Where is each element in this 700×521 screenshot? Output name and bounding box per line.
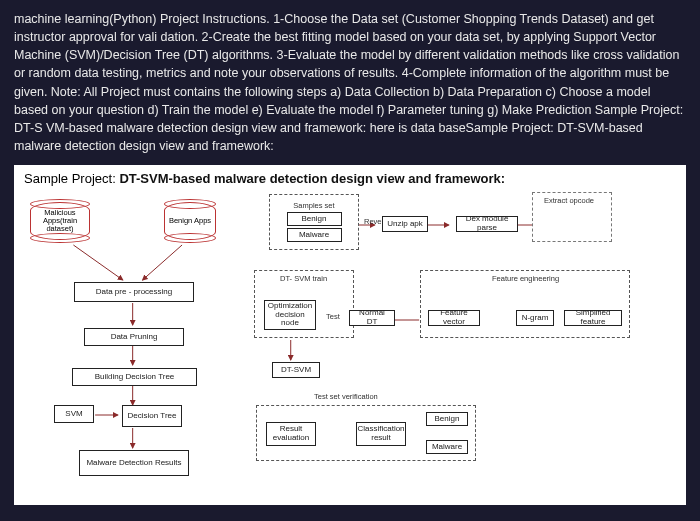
svm-box: SVM <box>54 405 94 423</box>
malware-results: Malware Detection Results <box>79 450 189 476</box>
ngram-box: N-gram <box>516 310 554 326</box>
class-result-box: Classification result <box>356 422 406 446</box>
malware2-box: Malware <box>426 440 468 454</box>
extract-opcode-label: Extract opcode <box>544 196 594 205</box>
normal-dt-box: Normal DT <box>349 310 395 326</box>
unzip-box: Unzip apk <box>382 216 428 232</box>
malware-box: Malware <box>287 228 342 242</box>
dex-box: Dex module parse <box>456 216 518 232</box>
feature-eng-label: Feature engineering <box>492 274 559 283</box>
diagram-title: Sample Project: DT-SVM-based malware det… <box>24 171 676 186</box>
dt-svm-train-label: DT- SVM train <box>280 274 327 283</box>
title-bold: DT-SVM-based malware detection design vi… <box>119 171 505 186</box>
flow-canvas: Malicious Apps(train dataset) Benign App… <box>24 190 676 490</box>
project-instructions: machine learning(Python) Project Instruc… <box>0 0 700 161</box>
svg-line-1 <box>143 245 183 280</box>
test-verify-label: Test set verification <box>314 392 378 401</box>
result-eval-box: Result evaluation <box>266 422 316 446</box>
benign-db: Benign Apps <box>164 202 216 240</box>
benign2-box: Benign <box>426 412 468 426</box>
samples-set-group: Samples set Benign Malware <box>269 194 359 250</box>
title-prefix: Sample Project: <box>24 171 119 186</box>
test-label: Test <box>326 312 340 321</box>
data-preprocessing: Data pre - processing <box>74 282 194 302</box>
sample-project-diagram: Sample Project: DT-SVM-based malware det… <box>14 165 686 505</box>
benign-box: Benign <box>287 212 342 226</box>
malicious-db: Malicious Apps(train dataset) <box>30 202 90 240</box>
samples-set-label: Samples set <box>293 202 334 210</box>
building-decision-tree: Building Decision Tree <box>72 368 197 386</box>
dt-svm-box: DT-SVM <box>272 362 320 378</box>
data-pruning: Data Pruning <box>84 328 184 346</box>
svg-line-0 <box>73 245 122 280</box>
opt-decision-box: Optimization decision node <box>264 300 316 330</box>
simplified-box: Simplified feature <box>564 310 622 326</box>
decision-tree-box: Decision Tree <box>122 405 182 427</box>
feature-vector-box: Feature vector <box>428 310 480 326</box>
